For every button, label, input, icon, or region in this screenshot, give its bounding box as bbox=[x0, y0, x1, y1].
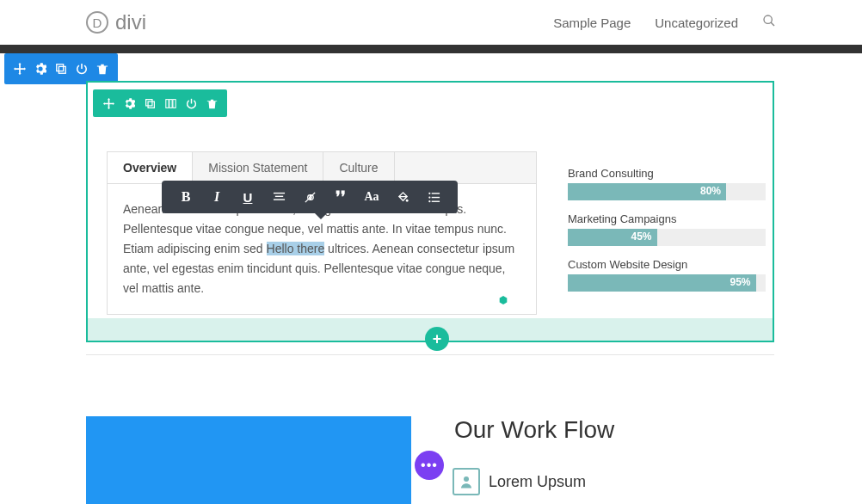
unlink-button[interactable] bbox=[294, 181, 325, 213]
columns-icon[interactable] bbox=[160, 89, 181, 117]
svg-rect-15 bbox=[431, 193, 439, 194]
bar-fill: 45% bbox=[568, 229, 657, 246]
bar-website-design: Custom Website Design 95% bbox=[568, 258, 766, 292]
svg-rect-2 bbox=[57, 65, 64, 71]
bar-fill: 95% bbox=[568, 274, 756, 292]
bold-button[interactable]: B bbox=[170, 181, 201, 213]
bar-pct: 45% bbox=[631, 230, 651, 243]
svg-rect-10 bbox=[274, 195, 282, 196]
bar-brand-consulting: Brand Consulting 80% bbox=[568, 167, 766, 200]
selected-text[interactable]: Hello there bbox=[267, 242, 325, 255]
row-toolbar-teal bbox=[93, 89, 227, 117]
align-button[interactable] bbox=[263, 181, 294, 213]
duplicate-icon[interactable] bbox=[51, 53, 71, 84]
workflow-item-label: Lorem Upsum bbox=[489, 473, 586, 491]
bar-track: 80% bbox=[568, 183, 766, 200]
person-icon bbox=[453, 468, 480, 495]
resize-handle-icon[interactable] bbox=[499, 292, 508, 301]
bar-label: Brand Consulting bbox=[568, 167, 766, 180]
logo[interactable]: D divi bbox=[86, 10, 146, 34]
bar-pct: 80% bbox=[700, 185, 721, 197]
italic-button[interactable]: I bbox=[201, 181, 232, 213]
svg-point-0 bbox=[764, 15, 772, 23]
svg-point-18 bbox=[428, 200, 430, 202]
power-icon[interactable] bbox=[71, 53, 92, 84]
quote-button[interactable]: ❜❜ bbox=[325, 181, 356, 213]
svg-rect-5 bbox=[148, 101, 154, 108]
module-actions-button[interactable]: ••• bbox=[415, 451, 444, 480]
svg-rect-8 bbox=[172, 99, 175, 108]
bar-label: Custom Website Design bbox=[568, 258, 766, 271]
svg-rect-19 bbox=[431, 200, 439, 201]
bar-track: 95% bbox=[568, 274, 766, 292]
list-button[interactable] bbox=[418, 181, 449, 213]
nav-sample-page[interactable]: Sample Page bbox=[553, 15, 631, 30]
svg-rect-6 bbox=[165, 99, 168, 108]
move-icon[interactable] bbox=[9, 53, 30, 84]
gear-icon[interactable] bbox=[119, 89, 139, 117]
svg-marker-20 bbox=[500, 296, 508, 304]
logo-text: divi bbox=[115, 10, 146, 34]
logo-icon: D bbox=[86, 11, 108, 34]
main-nav: Sample Page Uncategorized bbox=[553, 14, 776, 31]
fill-button[interactable] bbox=[387, 181, 418, 213]
trash-icon[interactable] bbox=[201, 89, 222, 117]
add-row-button[interactable]: + bbox=[425, 327, 449, 351]
gear-icon[interactable] bbox=[30, 53, 51, 84]
tabs-head: Overview Mission Statement Culture bbox=[108, 152, 536, 184]
bar-label: Marketing Campaigns bbox=[568, 212, 766, 225]
skill-bars: Brand Consulting 80% Marketing Campaigns… bbox=[568, 167, 766, 304]
bar-track: 45% bbox=[568, 229, 766, 246]
bar-marketing: Marketing Campaigns 45% bbox=[568, 212, 766, 246]
svg-rect-4 bbox=[145, 99, 151, 105]
search-icon[interactable] bbox=[762, 14, 776, 31]
move-icon[interactable] bbox=[98, 89, 119, 117]
tabs-module: Overview Mission Statement Culture Aenea… bbox=[107, 151, 537, 315]
svg-point-21 bbox=[464, 476, 469, 482]
site-header: D divi Sample Page Uncategorized bbox=[0, 0, 862, 45]
nav-uncategorized[interactable]: Uncategorized bbox=[655, 15, 738, 30]
admin-bar bbox=[0, 45, 862, 53]
svg-rect-7 bbox=[169, 99, 171, 108]
svg-point-14 bbox=[428, 192, 430, 194]
tab-overview[interactable]: Overview bbox=[108, 152, 193, 183]
bar-pct: 95% bbox=[730, 276, 750, 288]
tab-mission[interactable]: Mission Statement bbox=[193, 152, 323, 183]
power-icon[interactable] bbox=[181, 89, 201, 117]
section-divider bbox=[86, 354, 774, 355]
trash-icon[interactable] bbox=[92, 53, 113, 84]
textstyle-button[interactable]: Aa bbox=[356, 181, 387, 213]
svg-rect-11 bbox=[273, 199, 284, 200]
workflow-title: Our Work Flow bbox=[454, 416, 614, 444]
image-placeholder bbox=[86, 416, 411, 504]
text-formatting-toolbar: B I U ❜❜ Aa bbox=[162, 181, 458, 213]
duplicate-icon[interactable] bbox=[139, 89, 160, 117]
svg-point-13 bbox=[405, 199, 408, 201]
section-toolbar-blue bbox=[4, 53, 118, 84]
svg-line-1 bbox=[771, 22, 774, 26]
svg-rect-3 bbox=[58, 66, 65, 73]
svg-point-16 bbox=[428, 196, 430, 198]
svg-rect-17 bbox=[431, 196, 439, 197]
underline-button[interactable]: U bbox=[232, 181, 263, 213]
tab-culture[interactable]: Culture bbox=[323, 152, 394, 183]
bar-fill: 80% bbox=[568, 183, 726, 200]
svg-rect-9 bbox=[273, 192, 284, 193]
